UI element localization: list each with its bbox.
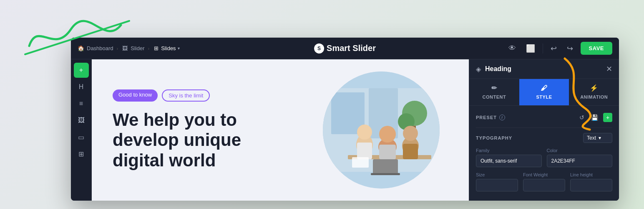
font-weight-label: Font Weight bbox=[523, 172, 565, 177]
family-label: Family bbox=[476, 148, 542, 153]
preset-label: PRESET i bbox=[476, 115, 505, 120]
breadcrumb-dashboard[interactable]: 🏠 Dashboard bbox=[78, 45, 113, 52]
content-tab-label: CONTENT bbox=[483, 94, 506, 99]
style-tab-label: STYLE bbox=[536, 94, 552, 99]
panel-body: PRESET i ↺ 💾 + TYPOGRAPHY Text ▾ bbox=[469, 106, 619, 201]
main-area: + H ≡ 🖼 ▭ ⊞ Good to know bbox=[71, 59, 619, 201]
svg-rect-16 bbox=[403, 144, 418, 159]
slides-dropdown-arrow: ▾ bbox=[178, 46, 180, 51]
breadcrumb-sep-1: › bbox=[117, 46, 118, 51]
family-input[interactable] bbox=[476, 155, 542, 167]
svg-point-12 bbox=[379, 126, 396, 143]
preset-actions: ↺ 💾 + bbox=[578, 112, 612, 122]
style-tab-icon: 🖌 bbox=[541, 84, 548, 92]
svg-rect-19 bbox=[352, 157, 369, 168]
layout-icon: ⊞ bbox=[78, 150, 84, 158]
preset-section-header: PRESET i ↺ 💾 + bbox=[476, 112, 612, 122]
slider-icon: 🖼 bbox=[121, 45, 128, 52]
tab-style[interactable]: 🖌 STYLE bbox=[519, 79, 569, 105]
size-group: Size bbox=[476, 172, 518, 191]
heading-tool-button[interactable]: H bbox=[74, 79, 89, 94]
nav-divider bbox=[543, 43, 543, 54]
slide-content: Good to know Sky is the limit We help yo… bbox=[92, 59, 469, 201]
line-height-label: Line height bbox=[570, 172, 612, 177]
breadcrumb-slides[interactable]: ⊞ Slides ▾ bbox=[153, 45, 179, 52]
text-section: Good to know Sky is the limit We help yo… bbox=[113, 89, 280, 171]
color-label: Color bbox=[547, 148, 613, 153]
redo-icon: ↪ bbox=[567, 44, 573, 53]
undo-icon: ↩ bbox=[551, 44, 557, 53]
typography-select[interactable]: Text ▾ bbox=[583, 133, 612, 143]
editor-window: 🏠 Dashboard › 🖼 Slider › ⊞ Slides ▾ S Sm… bbox=[71, 38, 619, 201]
badge-good-to-know: Good to know bbox=[113, 89, 158, 102]
text-icon: ≡ bbox=[79, 100, 83, 107]
preview-button[interactable]: 👁 bbox=[506, 41, 518, 55]
shape-icon: ▭ bbox=[78, 133, 84, 141]
slides-icon: ⊞ bbox=[153, 45, 159, 52]
svg-point-15 bbox=[403, 126, 418, 141]
panel-header: ◈ Heading ✕ bbox=[469, 59, 619, 79]
image-icon: 🖼 bbox=[78, 117, 85, 124]
image-section bbox=[280, 63, 448, 197]
plus-icon: + bbox=[79, 66, 83, 74]
layout-tool-button[interactable]: ⊞ bbox=[74, 146, 89, 161]
line-height-input[interactable] bbox=[570, 179, 612, 191]
hero-image-circle bbox=[323, 71, 440, 189]
home-icon: 🏠 bbox=[78, 45, 84, 52]
typography-section: TYPOGRAPHY Text ▾ bbox=[476, 133, 612, 143]
preset-info-icon: i bbox=[499, 115, 505, 120]
typography-label: TYPOGRAPHY bbox=[476, 135, 512, 140]
device-preview-button[interactable]: ⬜ bbox=[523, 41, 538, 56]
panel-title: Heading bbox=[485, 65, 511, 73]
family-group: Family bbox=[476, 148, 542, 167]
shape-tool-button[interactable]: ▭ bbox=[74, 130, 89, 145]
device-icon: ⬜ bbox=[526, 44, 535, 53]
font-weight-group: Font Weight bbox=[523, 172, 565, 191]
image-tool-button[interactable]: 🖼 bbox=[74, 113, 89, 128]
app-logo: S Smart Slider bbox=[314, 43, 376, 54]
animation-tab-label: ANIMATION bbox=[580, 94, 608, 99]
add-element-button[interactable]: + bbox=[74, 63, 89, 78]
left-sidebar: + H ≡ 🖼 ▭ ⊞ bbox=[71, 59, 92, 201]
navbar: 🏠 Dashboard › 🖼 Slider › ⊞ Slides ▾ S Sm… bbox=[71, 38, 619, 59]
typography-arrow-icon: ▾ bbox=[599, 135, 601, 141]
svg-point-9 bbox=[357, 125, 372, 140]
breadcrumb-slider[interactable]: 🖼 Slider bbox=[121, 45, 144, 52]
line-height-group: Line height bbox=[570, 172, 612, 191]
logo-icon: S bbox=[314, 43, 324, 54]
right-panel: ◈ Heading ✕ ✏ CONTENT 🖌 STYLE ⚡ ANIMATIO… bbox=[469, 59, 619, 201]
undo-button[interactable]: ↩ bbox=[548, 41, 559, 56]
size-input[interactable] bbox=[476, 179, 518, 191]
save-button[interactable]: SAVE bbox=[581, 42, 612, 55]
breadcrumb-sep-2: › bbox=[148, 46, 150, 51]
font-weight-input[interactable] bbox=[523, 179, 565, 191]
hero-illustration bbox=[323, 71, 440, 189]
badge-row: Good to know Sky is the limit bbox=[113, 89, 280, 102]
svg-rect-18 bbox=[371, 173, 400, 175]
panel-header-left: ◈ Heading bbox=[476, 65, 511, 73]
size-weight-row: Size Font Weight Line height bbox=[476, 172, 612, 191]
panel-close-button[interactable]: ✕ bbox=[606, 64, 612, 74]
canvas-area[interactable]: Good to know Sky is the limit We help yo… bbox=[92, 59, 469, 201]
nav-tools: 👁 ⬜ ↩ ↪ SAVE bbox=[506, 41, 612, 56]
preset-save-button[interactable]: 💾 bbox=[589, 112, 600, 122]
svg-rect-17 bbox=[373, 159, 398, 174]
redo-button[interactable]: ↪ bbox=[564, 41, 576, 56]
eye-icon: 👁 bbox=[508, 44, 516, 53]
badge-sky-limit: Sky is the limit bbox=[162, 89, 210, 102]
slide-heading: We help you to develop unique digital wo… bbox=[113, 110, 280, 171]
tab-content[interactable]: ✏ CONTENT bbox=[469, 79, 519, 105]
color-input[interactable] bbox=[547, 155, 613, 167]
panel-tabs: ✏ CONTENT 🖌 STYLE ⚡ ANIMATION bbox=[469, 79, 619, 106]
preset-reset-button[interactable]: ↺ bbox=[578, 112, 586, 122]
svg-rect-10 bbox=[357, 143, 372, 159]
preset-add-button[interactable]: + bbox=[603, 113, 612, 122]
color-group: Color bbox=[547, 148, 613, 167]
tab-animation[interactable]: ⚡ ANIMATION bbox=[569, 79, 619, 105]
section-divider-1 bbox=[476, 127, 612, 128]
heading-icon: H bbox=[79, 83, 84, 91]
breadcrumb: 🏠 Dashboard › 🖼 Slider › ⊞ Slides ▾ bbox=[78, 45, 180, 52]
size-label: Size bbox=[476, 172, 518, 177]
animation-tab-icon: ⚡ bbox=[590, 84, 599, 92]
text-tool-button[interactable]: ≡ bbox=[74, 96, 89, 111]
